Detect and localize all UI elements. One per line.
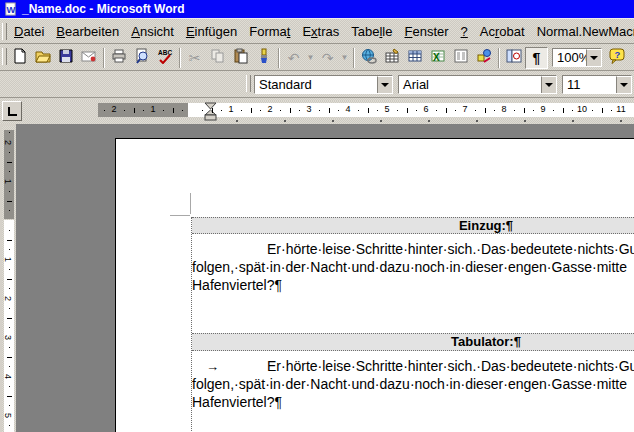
style-dropdown-button[interactable] [377, 76, 392, 93]
title-bar[interactable]: W _Name.doc - Microsoft Word [0, 0, 634, 18]
zoom-value: 100% [553, 49, 586, 66]
section-heading-tabulator[interactable]: Tabulator:¶ [192, 333, 634, 351]
default-tab-stop-mark [524, 120, 526, 122]
h-ruler-number: 1 [150, 105, 155, 114]
new-document-button[interactable] [8, 47, 31, 69]
menu-item-acrobat[interactable]: Acrobat [474, 21, 531, 42]
envelope-icon [81, 48, 97, 68]
svg-text:W: W [6, 4, 15, 14]
h-ruler-number: 9 [540, 105, 545, 114]
tab-alignment-selector-button[interactable] [2, 101, 22, 121]
mail-button[interactable] [77, 47, 100, 69]
indent-marker[interactable] [204, 102, 217, 126]
font-value: Arial [399, 76, 541, 93]
h-ruler-number: 11 [616, 105, 625, 114]
menu-item-bearbeiten[interactable]: Bearbeiten [50, 21, 125, 42]
menu-item-format[interactable]: Format [243, 21, 296, 42]
save-button[interactable] [54, 47, 77, 69]
h-ruler[interactable]: 211234567891011 [24, 101, 634, 119]
v-ruler-tick [9, 171, 10, 172]
text-line[interactable]: Hafenviertel?¶ [192, 393, 634, 411]
ruler-row: 211234567891011 [0, 97, 634, 124]
redo-button[interactable]: ↷ [316, 47, 339, 69]
h-ruler-tick [524, 108, 525, 113]
paste-button[interactable] [229, 47, 252, 69]
pilcrow-icon: ¶ [533, 50, 541, 66]
text-line[interactable]: Er·hörte·leise·Schritte·hinter·sich.·Das… [192, 240, 634, 258]
left-tab-icon [8, 107, 17, 116]
svg-text:X: X [433, 51, 440, 62]
h-ruler-tick [377, 110, 378, 111]
v-ruler-tick [7, 357, 12, 358]
cut-button[interactable]: ✂ [183, 47, 206, 69]
print-button[interactable] [107, 47, 130, 69]
print-preview-button[interactable] [130, 47, 153, 69]
drawing-shapes-icon [476, 48, 492, 68]
insert-table-button[interactable] [403, 47, 426, 69]
copy-pages-icon [210, 48, 226, 68]
section-einzug-lines[interactable]: Er·hörte·leise·Schritte·hinter·sich.·Das… [192, 240, 634, 294]
zoom-dropdown-button[interactable] [586, 49, 601, 66]
v-ruler-number: 1 [3, 179, 12, 184]
formatting-toolbar-grip[interactable] [246, 75, 251, 92]
v-ruler-tick [9, 288, 10, 289]
menu-item-[interactable]: ? [455, 21, 474, 42]
section-tabulator-lines[interactable]: →Er·hörte·leise·Schritte·hinter·sich.·Da… [192, 357, 634, 411]
drawing-button[interactable] [472, 47, 495, 69]
redo-dropdown-button[interactable]: ▼ [339, 47, 350, 69]
h-ruler-tick [533, 110, 534, 111]
text-line[interactable]: Hafenviertel?¶ [192, 276, 634, 294]
menu-item-tabelle[interactable]: Tabelle [345, 21, 398, 42]
menu-item-datei[interactable]: Datei [8, 21, 50, 42]
font-dropdown-button[interactable] [541, 76, 556, 93]
menu-item-extras[interactable]: Extras [296, 21, 345, 42]
open-button[interactable] [31, 47, 54, 69]
standard-toolbar-grip[interactable] [2, 48, 7, 65]
menu-item-einf-gen[interactable]: Einfügen [180, 21, 243, 42]
document-map-button[interactable] [502, 47, 525, 69]
style-value: Standard [255, 76, 377, 93]
menu-item-fenster[interactable]: Fenster [398, 21, 454, 42]
v-ruler[interactable]: 2112345 [2, 126, 16, 432]
style-combobox[interactable]: Standard [254, 75, 393, 94]
h-ruler-tick [290, 108, 291, 113]
spelling-button[interactable]: ABC [153, 47, 176, 69]
zoom-combobox[interactable]: 100% [552, 48, 602, 67]
menu-item-ansicht[interactable]: Ansicht [125, 21, 180, 42]
chevron-down-icon [620, 83, 628, 87]
table-grid-icon [407, 48, 423, 68]
columns-icon [453, 48, 469, 68]
help-button[interactable]: ? [605, 47, 628, 69]
copy-button[interactable] [206, 47, 229, 69]
h-ruler-tick [319, 110, 320, 111]
v-ruler-number: 5 [3, 413, 12, 418]
font-combobox[interactable]: Arial [398, 75, 557, 94]
h-ruler-number: 2 [111, 105, 116, 114]
v-ruler-tick [7, 240, 12, 241]
font-size-combobox[interactable]: 11 [562, 75, 632, 94]
menu-bar-grip[interactable] [2, 23, 7, 40]
default-tab-stop-mark [476, 120, 478, 122]
menu-items: DateiBearbeitenAnsichtEinfügenFormatExtr… [8, 19, 634, 43]
menu-item-normal-newmacros-auf5[interactable]: Normal.NewMacros.auf5 [531, 21, 634, 42]
show-hide-paragraph-button[interactable]: ¶ [525, 47, 548, 69]
section-heading-einzug[interactable]: Einzug:¶ [192, 217, 634, 234]
text-line[interactable]: folgen,·spät·in·der·Nacht·und·dazu·noch·… [192, 258, 634, 276]
columns-button[interactable] [449, 47, 472, 69]
format-painter-button[interactable] [252, 47, 275, 69]
h-ruler-number: 2 [267, 105, 272, 114]
undo-button[interactable]: ↶ [282, 47, 305, 69]
redo-arrow-icon: ↷ [322, 51, 334, 65]
formatting-toolbar: Standard Arial 11 [0, 70, 634, 97]
undo-dropdown-button[interactable]: ▼ [305, 47, 316, 69]
tables-and-borders-button[interactable] [380, 47, 403, 69]
window-title: _Name.doc - Microsoft Word [22, 2, 184, 16]
excel-table-icon: X [430, 48, 446, 68]
text-line[interactable]: folgen,·spät·in·der·Nacht·und·dazu·noch·… [192, 375, 634, 393]
insert-excel-sheet-button[interactable]: X [426, 47, 449, 69]
text-line[interactable]: →Er·hörte·leise·Schritte·hinter·sich.·Da… [192, 357, 634, 375]
page[interactable]: Einzug:¶ Er·hörte·leise·Schritte·hinter·… [115, 138, 634, 432]
default-tab-stop-mark [236, 120, 238, 122]
font-size-dropdown-button[interactable] [616, 76, 631, 93]
insert-hyperlink-button[interactable] [357, 47, 380, 69]
